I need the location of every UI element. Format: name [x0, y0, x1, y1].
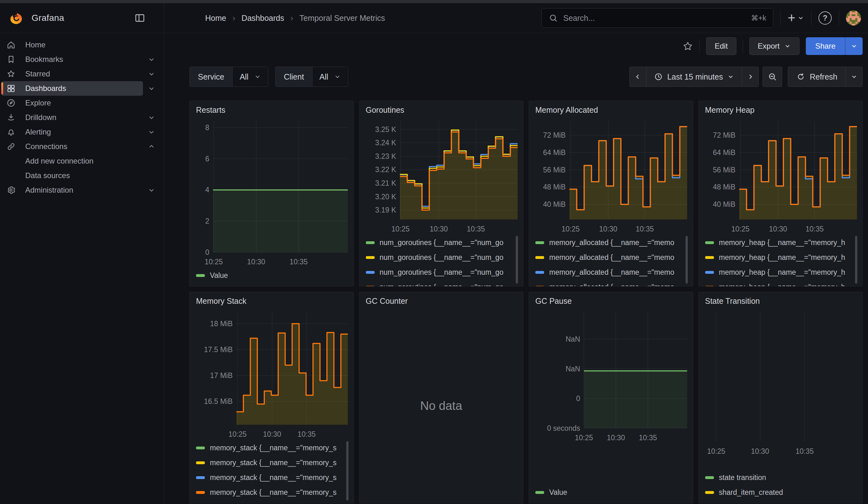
edit-button[interactable]: Edit	[706, 37, 736, 55]
panel-memory-heap: Memory Heap 10:2510:3010:3572 MiB64 MiB5…	[699, 101, 863, 286]
export-button[interactable]: Export	[749, 37, 799, 55]
refresh-button[interactable]: Refresh	[788, 66, 846, 87]
legend-scrollbar[interactable]	[516, 236, 518, 284]
grafana-logo-icon	[9, 11, 23, 25]
svg-text:10:25: 10:25	[205, 258, 223, 266]
legend-item[interactable]: memory_allocated {__name__="memo	[535, 280, 686, 286]
sidebar-item-dashboards[interactable]: Dashboards	[1, 81, 143, 96]
legend-item[interactable]: memory_allocated {__name__="memo	[535, 235, 686, 250]
share-options-chevron[interactable]	[845, 37, 862, 55]
legend-series-label: memory_heap {__name__="memory_h	[719, 283, 845, 286]
legend-item[interactable]: memory_heap {__name__="memory_h	[705, 235, 856, 250]
legend-item[interactable]: Value	[196, 268, 347, 283]
memory-allocated-chart[interactable]: 10:2510:3010:3572 MiB64 MiB56 MiB48 MiB4…	[534, 117, 688, 234]
legend-item[interactable]: num_goroutines {__name__="num_go	[366, 280, 517, 286]
legend-item[interactable]: num_goroutines {__name__="num_go	[366, 235, 517, 250]
legend-item[interactable]: memory_allocated {__name__="memo	[535, 265, 686, 280]
expand-drilldown-chevron-icon[interactable]	[143, 110, 160, 125]
sidebar-item-home[interactable]: Home	[1, 38, 160, 52]
sidebar-item-data-sources[interactable]: Data sources	[1, 168, 160, 183]
legend-item[interactable]: memory_stack {__name__="memory_s	[196, 485, 347, 500]
svg-text:3.19 K: 3.19 K	[375, 206, 396, 214]
restarts-chart[interactable]: 10:2510:3010:3586420	[195, 117, 349, 267]
panel-title[interactable]: Restarts	[195, 101, 349, 117]
sidebar-item-add-new-connection[interactable]: Add new connection	[1, 154, 160, 168]
panel-title[interactable]: GC Pause	[534, 292, 688, 309]
expand-starred-chevron-icon[interactable]	[143, 66, 160, 81]
share-button[interactable]: Share	[806, 37, 845, 55]
legend-series-dash-icon	[366, 256, 375, 259]
sidebar-item-explore[interactable]: Explore	[1, 96, 160, 110]
svg-text:40 MiB: 40 MiB	[543, 200, 566, 208]
favorite-star-icon[interactable]	[682, 41, 693, 51]
svg-text:10:35: 10:35	[639, 434, 657, 442]
avatar[interactable]	[846, 10, 861, 25]
svg-text:10:35: 10:35	[805, 225, 824, 233]
dashboard-toolbar: Edit Export Share	[189, 37, 862, 55]
memory-stack-chart[interactable]: 10:2510:3010:3518 MiB17.5 MiB17 MiB16.5 …	[195, 309, 349, 439]
legend-item[interactable]: num_goroutines {__name__="num_go	[366, 265, 517, 280]
help-button[interactable]: ?	[818, 11, 832, 25]
time-back-button[interactable]	[629, 66, 647, 87]
expand-dashboards-chevron-icon[interactable]	[143, 81, 160, 96]
legend-item[interactable]: state transition	[705, 470, 856, 485]
legend-item[interactable]: memory_heap {__name__="memory_h	[705, 250, 856, 265]
panel-title[interactable]: Goroutines	[364, 101, 518, 117]
expand-bookmarks-chevron-icon[interactable]	[143, 52, 160, 66]
goroutines-chart[interactable]: 10:2510:3010:353.25 K3.24 K3.23 K3.22 K3…	[364, 117, 518, 234]
legend-item[interactable]: memory_stack {__name__="memory_s	[196, 455, 347, 470]
window-top-strip	[0, 0, 868, 3]
sidebar-item-bookmarks[interactable]: Bookmarks	[1, 52, 143, 66]
gc-pause-chart[interactable]: 10:2510:3010:35NaNNaN00 seconds	[534, 309, 688, 484]
legend-scrollbar[interactable]	[685, 236, 688, 284]
search-input[interactable]: Search... ⌘+k	[541, 8, 773, 28]
refresh-interval-chevron[interactable]	[846, 66, 862, 87]
legend-item[interactable]: memory_stack {__name__="memory_s	[196, 470, 347, 485]
collapse-connections-chevron-icon[interactable]	[143, 139, 160, 154]
panel-title[interactable]: State Transition	[704, 292, 858, 309]
breadcrumb-home[interactable]: Home	[205, 13, 226, 23]
legend-item[interactable]: Value	[535, 485, 686, 500]
legend-series-label: memory_heap {__name__="memory_h	[719, 253, 845, 262]
svg-text:10:35: 10:35	[795, 447, 814, 455]
sidebar-item-alerting[interactable]: Alerting	[1, 125, 143, 139]
grafana-app: Grafana Home › Dashboards › Temporal Ser…	[0, 0, 868, 504]
service-variable-select[interactable]: All	[232, 67, 268, 86]
time-range-picker[interactable]: Last 15 minutes	[646, 66, 742, 87]
sidebar-item-administration[interactable]: Administration	[1, 183, 143, 197]
sidebar-item-starred[interactable]: Starred	[1, 66, 143, 81]
client-variable-select[interactable]: All	[312, 67, 348, 86]
time-forward-button[interactable]	[742, 66, 759, 87]
expand-alerting-chevron-icon[interactable]	[143, 125, 160, 139]
panel-title[interactable]: GC Counter	[364, 292, 518, 309]
legend-item[interactable]: memory_stack {__name__="memory_s	[196, 441, 347, 455]
panel-title[interactable]: Memory Heap	[704, 101, 858, 117]
sidebar-item-drilldown[interactable]: Drilldown	[1, 110, 143, 125]
service-variable: Service All	[189, 66, 268, 87]
legend-scrollbar[interactable]	[346, 441, 349, 501]
legend-item[interactable]: memory_allocated {__name__="memo	[535, 250, 686, 265]
legend-scrollbar[interactable]	[855, 236, 857, 284]
legend-item[interactable]: shard_item_created	[705, 485, 856, 500]
zoom-out-button[interactable]	[763, 66, 782, 87]
svg-text:56 MiB: 56 MiB	[713, 166, 735, 174]
sidebar-nav: Home Bookmarks Starred	[0, 33, 164, 504]
new-menu-button[interactable]: +	[787, 11, 804, 25]
legend-item[interactable]: num_goroutines {__name__="num_go	[366, 250, 517, 265]
legend-item[interactable]: memory_heap {__name__="memory_h	[705, 265, 856, 280]
expand-administration-chevron-icon[interactable]	[143, 183, 160, 197]
breadcrumb-dashboards[interactable]: Dashboards	[241, 13, 284, 23]
panel-title[interactable]: Memory Allocated	[534, 101, 688, 117]
legend-item[interactable]: memory_heap {__name__="memory_h	[705, 280, 856, 286]
sidebar-toggle-icon[interactable]	[133, 11, 147, 25]
svg-text:64 MiB: 64 MiB	[543, 148, 566, 157]
sidebar-item-connections[interactable]: Connections	[1, 139, 143, 154]
memory-heap-chart[interactable]: 10:2510:3010:3572 MiB64 MiB56 MiB48 MiB4…	[704, 117, 858, 234]
panel-title[interactable]: Memory Stack	[195, 292, 349, 309]
state-transition-chart[interactable]: 10:2510:3010:35	[704, 309, 858, 469]
gear-icon	[6, 185, 16, 195]
svg-text:10:25: 10:25	[575, 434, 593, 442]
panel-goroutines: Goroutines 10:2510:3010:353.25 K3.24 K3.…	[359, 101, 524, 286]
legend-series-dash-icon	[705, 271, 714, 274]
legend-series-label: num_goroutines {__name__="num_go	[380, 268, 504, 277]
